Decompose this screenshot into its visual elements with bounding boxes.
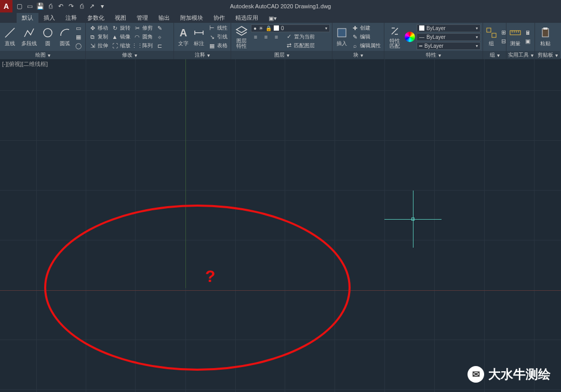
- edit-icon: ✎: [351, 33, 358, 40]
- circle-button[interactable]: 圆: [40, 26, 56, 47]
- tab-collaborate[interactable]: 协作: [208, 13, 230, 23]
- move-button[interactable]: ✥移动: [88, 24, 109, 32]
- scale-button[interactable]: ⛶缩放: [110, 42, 131, 50]
- util-tool-1[interactable]: 🖩: [523, 29, 532, 37]
- util-tool-2[interactable]: ▣: [523, 37, 532, 46]
- set-current-button[interactable]: ✓置为当前: [284, 33, 316, 41]
- layer-dropdown[interactable]: ● ☀ 🔒 0 ▾: [251, 24, 330, 32]
- svg-rect-4: [510, 31, 520, 35]
- match-layer-button[interactable]: ⇄匹配图层: [284, 42, 316, 50]
- drawing-canvas[interactable]: [-][俯视][二维线框] ? ✉ 大水牛测绘: [0, 59, 561, 392]
- mirror-button[interactable]: ▲镜像: [110, 33, 131, 41]
- tab-output[interactable]: 输出: [153, 13, 175, 23]
- share-icon[interactable]: ↗: [87, 2, 97, 11]
- polyline-icon: [23, 26, 35, 39]
- create-block-button[interactable]: ✚创建: [350, 24, 382, 32]
- layer-tool-2[interactable]: ≡: [261, 33, 271, 41]
- chevron-down-icon[interactable]: ▾: [48, 52, 50, 58]
- arc-button[interactable]: 圆弧: [57, 26, 73, 47]
- panel-properties: 特性 匹配 ByLayer▾ —ByLayer▾ ━ByLayer▾ 特性▾: [384, 23, 483, 59]
- redo-icon[interactable]: ↷: [66, 2, 76, 11]
- chevron-down-icon[interactable]: ▾: [287, 52, 289, 58]
- layer-tool-3[interactable]: ≡: [272, 33, 281, 41]
- polyline-button[interactable]: 多段线: [19, 26, 39, 47]
- saveas-icon[interactable]: ⎙: [46, 2, 55, 11]
- leader-button[interactable]: ↘引线: [207, 33, 229, 41]
- group-button[interactable]: 组: [485, 26, 498, 47]
- layer-icon: ≡: [273, 33, 280, 40]
- ellipse-button[interactable]: ◯: [74, 42, 83, 50]
- layer-tool-1[interactable]: ≡: [251, 33, 260, 41]
- tab-annotate[interactable]: 注释: [60, 13, 82, 23]
- tab-view[interactable]: 视图: [110, 13, 131, 23]
- tab-parametric[interactable]: 参数化: [82, 13, 110, 23]
- paste-button[interactable]: 粘贴: [537, 26, 554, 47]
- linear-button[interactable]: ⊢线性: [207, 24, 229, 32]
- watermark: ✉ 大水牛测绘: [468, 366, 551, 383]
- chevron-down-icon[interactable]: ▾: [360, 52, 363, 58]
- linetype-dropdown[interactable]: ━ByLayer▾: [417, 42, 480, 50]
- trim-button[interactable]: ✂修剪: [132, 24, 154, 32]
- sun-icon: ☀: [259, 25, 263, 31]
- chevron-down-icon[interactable]: ▾: [207, 52, 210, 58]
- offset-button[interactable]: ⊏: [155, 42, 164, 50]
- calc-icon: 🖩: [524, 29, 531, 36]
- color-wheel-button[interactable]: [404, 32, 416, 42]
- chevron-down-icon: ▾: [476, 26, 478, 31]
- print-icon[interactable]: ⎙: [77, 2, 86, 11]
- insert-block-button[interactable]: 插入: [335, 26, 349, 47]
- panel-modify: ✥移动 ⧉复制 ⇲拉伸 ↻旋转 ▲镜像 ⛶缩放 ✂修剪 ◠圆角 ⋮⋮阵列 ✎ ⟐…: [86, 23, 174, 59]
- erase-button[interactable]: ✎: [155, 24, 164, 32]
- lineweight-dropdown[interactable]: —ByLayer▾: [417, 33, 480, 41]
- layer-color-swatch: [274, 25, 279, 31]
- color-dropdown[interactable]: ByLayer▾: [417, 24, 480, 32]
- chevron-down-icon: ▾: [325, 26, 327, 31]
- measure-button[interactable]: 测量: [509, 26, 522, 47]
- window-title: Autodesk AutoCAD 2020 Drawing1.dwg: [230, 3, 331, 9]
- chevron-down-icon[interactable]: ▾: [497, 52, 500, 58]
- new-icon[interactable]: ▢: [15, 2, 24, 11]
- chevron-down-icon[interactable]: ▾: [555, 52, 558, 58]
- group-icon: [485, 26, 498, 39]
- ribbon: 直线 多段线 圆 圆弧 ▭ ▦ ◯ 绘图▾ ✥: [0, 23, 561, 59]
- color-swatch-icon: [419, 25, 424, 31]
- stretch-button[interactable]: ⇲拉伸: [88, 42, 109, 50]
- circle-icon: [42, 26, 54, 39]
- tab-expand-icon[interactable]: ▣▾: [263, 14, 282, 23]
- tab-manage[interactable]: 管理: [131, 13, 153, 23]
- fillet-button[interactable]: ◠圆角: [132, 33, 154, 41]
- text-button[interactable]: A 文字: [176, 26, 191, 47]
- mirror-icon: ▲: [111, 33, 118, 40]
- hatch-button[interactable]: ▦: [74, 33, 83, 41]
- tab-insert[interactable]: 插入: [38, 13, 60, 23]
- table-button[interactable]: ▦表格: [207, 42, 229, 50]
- tab-addins[interactable]: 附加模块: [175, 13, 208, 23]
- open-icon[interactable]: ▭: [25, 2, 34, 11]
- explode-button[interactable]: ⟐: [155, 33, 164, 41]
- ribbon-tabs: 默认 插入 注释 参数化 视图 管理 输出 附加模块 协作 精选应用 ▣▾: [0, 12, 561, 23]
- app-logo[interactable]: A: [0, 0, 12, 12]
- rectangle-button[interactable]: ▭: [74, 24, 83, 32]
- attr-icon: ⌕: [351, 42, 358, 49]
- tab-featured[interactable]: 精选应用: [230, 13, 263, 23]
- chevron-down-icon[interactable]: ▾: [531, 52, 533, 58]
- dimension-icon: [193, 26, 205, 39]
- chevron-down-icon[interactable]: ▾: [438, 52, 441, 58]
- undo-icon[interactable]: ↶: [56, 2, 65, 11]
- qat-dropdown-icon[interactable]: ▾: [98, 2, 107, 11]
- line-button[interactable]: 直线: [2, 26, 18, 47]
- viewport-label[interactable]: [-][俯视][二维线框]: [2, 60, 48, 68]
- create-icon: ✚: [351, 24, 358, 32]
- layer-properties-button[interactable]: 图层 特性: [233, 25, 250, 49]
- edit-block-button[interactable]: ✎编辑: [350, 33, 382, 41]
- save-icon[interactable]: 💾: [35, 2, 45, 11]
- edit-attr-button[interactable]: ⌕编辑属性: [350, 42, 382, 50]
- rotate-button[interactable]: ↻旋转: [110, 24, 131, 32]
- chevron-down-icon[interactable]: ▾: [135, 52, 137, 58]
- array-button[interactable]: ⋮⋮阵列: [132, 42, 154, 50]
- match-properties-button[interactable]: 特性 匹配: [386, 25, 403, 49]
- text-icon: A: [177, 26, 190, 39]
- dimension-button[interactable]: 标注: [192, 26, 206, 47]
- copy-button[interactable]: ⧉复制: [88, 33, 109, 41]
- tab-default[interactable]: 默认: [17, 13, 38, 23]
